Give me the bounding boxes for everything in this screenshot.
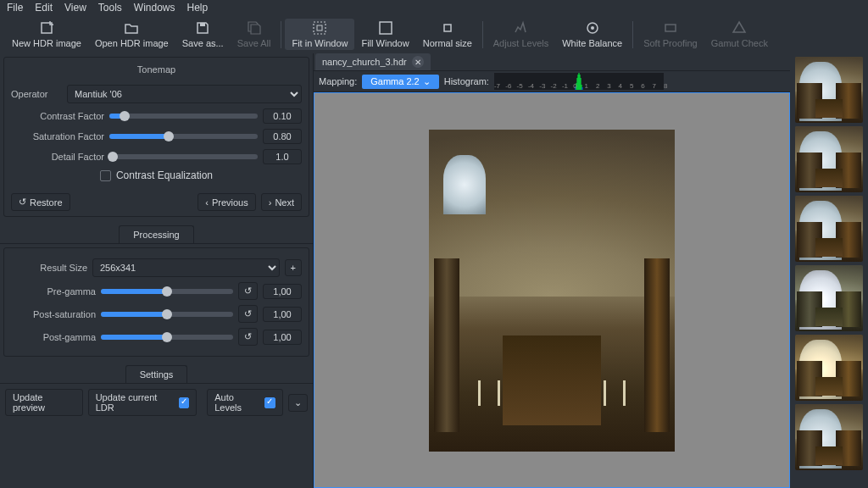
mapping-label: Mapping:	[319, 76, 357, 86]
histogram-tick: 1	[585, 82, 588, 90]
toolbar-wb[interactable]: White Balance	[555, 19, 629, 50]
menu-tools[interactable]: Tools	[98, 2, 122, 14]
hdr-image	[429, 130, 675, 452]
svg-rect-2	[314, 22, 326, 34]
histogram[interactable]: -7-6-5-4-3-2-1012345678	[494, 73, 664, 90]
settings-tab[interactable]: Settings	[125, 365, 188, 383]
saturation-factor-slider[interactable]	[109, 134, 258, 139]
toolbar-label: Soft Proofing	[643, 38, 698, 48]
menubar: FileEditViewToolsWindowsHelp	[0, 0, 868, 15]
auto-levels-dropdown[interactable]: ⌄	[288, 394, 308, 412]
svg-rect-4	[380, 22, 392, 34]
close-tab-icon[interactable]: ✕	[412, 56, 424, 68]
image-viewport[interactable]	[314, 92, 790, 488]
post-saturation-reset[interactable]: ↺	[238, 305, 258, 323]
menu-windows[interactable]: Windows	[134, 2, 175, 14]
histogram-tick: 5	[630, 82, 633, 90]
menu-file[interactable]: File	[7, 2, 23, 14]
svg-rect-8	[665, 25, 676, 31]
auto-levels-checkbox[interactable]	[264, 397, 275, 408]
svg-rect-5	[444, 25, 451, 31]
toolbar-label: Open HDR image	[95, 38, 169, 48]
operator-label: Operator	[11, 89, 62, 99]
svg-rect-1	[200, 23, 205, 26]
toolbar-normal[interactable]: Normal size	[416, 19, 479, 50]
thumbnail-5[interactable]	[795, 404, 863, 470]
contrast-factor-label: Contrast Factor	[11, 111, 104, 121]
toolbar-new[interactable]: New HDR image	[5, 19, 88, 50]
thumbnail-panel	[790, 53, 868, 488]
post-saturation-slider[interactable]	[101, 312, 233, 317]
add-size-button[interactable]: +	[285, 259, 302, 276]
post-saturation-label: Post-saturation	[11, 309, 96, 319]
update-ldr-checkbox[interactable]	[179, 397, 190, 408]
post-gamma-slider[interactable]	[101, 335, 233, 340]
thumbnail-3[interactable]	[795, 265, 863, 331]
saturation-factor-label: Saturation Factor	[11, 131, 104, 141]
histogram-tick: 3	[607, 82, 610, 90]
detail-factor-slider[interactable]	[109, 154, 258, 159]
post-saturation-value[interactable]: 1,00	[263, 307, 302, 322]
pre-gamma-slider[interactable]	[101, 289, 233, 294]
update-ldr-button[interactable]: Update current LDR	[88, 389, 198, 416]
toolbar-fit[interactable]: Fit in Window	[285, 19, 354, 50]
thumbnail-2[interactable]	[795, 196, 863, 262]
restore-button[interactable]: ↺ Restore	[11, 193, 70, 211]
contrast-factor-slider[interactable]	[109, 114, 258, 119]
thumbnail-0[interactable]	[795, 57, 863, 123]
post-gamma-reset[interactable]: ↺	[238, 328, 258, 346]
pre-gamma-label: Pre-gamma	[11, 286, 96, 297]
toolbar-label: Normal size	[423, 38, 472, 48]
menu-help[interactable]: Help	[187, 2, 209, 14]
previous-button[interactable]: ‹ Previous	[198, 193, 255, 211]
histogram-tick: -3	[539, 82, 545, 90]
toolbar-saveall: Save All	[231, 19, 278, 50]
toolbar-label: Fit in Window	[292, 38, 348, 48]
detail-factor-value[interactable]: 1.0	[263, 149, 302, 164]
file-tab[interactable]: nancy_church_3.hdr ✕	[315, 53, 431, 70]
menu-edit[interactable]: Edit	[35, 2, 53, 14]
toolbar-divider	[482, 21, 483, 48]
settings-tab-strip: Settings	[0, 365, 313, 384]
toolbar-label: Save as...	[182, 38, 224, 48]
contrast-eq-label: Contrast Equalization	[116, 169, 213, 181]
svg-point-7	[591, 26, 594, 30]
histogram-tick: 7	[653, 82, 656, 90]
toolbar-label: Fill Window	[361, 38, 409, 48]
thumbnail-4[interactable]	[795, 335, 863, 401]
result-size-select[interactable]: 256x341	[92, 258, 280, 277]
main-toolbar: New HDR imageOpen HDR imageSave as...Sav…	[0, 15, 868, 53]
toolbar-open[interactable]: Open HDR image	[88, 19, 175, 50]
processing-tab[interactable]: Processing	[119, 225, 193, 243]
histogram-tick: 8	[664, 82, 667, 90]
contrast-eq-checkbox[interactable]	[100, 170, 111, 181]
thumbnail-1[interactable]	[795, 126, 863, 192]
post-gamma-value[interactable]: 1,00	[263, 330, 302, 345]
saturation-factor-value[interactable]: 0.80	[263, 129, 302, 144]
menu-view[interactable]: View	[64, 2, 86, 14]
toolbar-save[interactable]: Save as...	[175, 19, 231, 50]
operator-select[interactable]: Mantiuk '06	[67, 85, 302, 103]
pre-gamma-reset[interactable]: ↺	[238, 282, 258, 300]
detail-factor-label: Detail Factor	[11, 152, 104, 162]
toolbar-gamut: Gamut Check	[704, 19, 775, 50]
result-size-label: Result Size	[11, 263, 87, 273]
svg-rect-3	[317, 25, 322, 30]
histogram-tick: 6	[641, 82, 644, 90]
toolbar-label: Adjust Levels	[493, 38, 548, 48]
toolbar-levels: Adjust Levels	[487, 19, 555, 50]
auto-levels-button[interactable]: Auto Levels	[207, 389, 283, 416]
histogram-tick: -2	[551, 82, 557, 90]
pre-gamma-value[interactable]: 1,00	[263, 284, 302, 299]
toolbar-fill[interactable]: Fill Window	[354, 19, 415, 50]
contrast-factor-value[interactable]: 0.10	[263, 108, 302, 124]
toolbar-label: Gamut Check	[711, 38, 768, 48]
tonemap-title: Tonemap	[11, 63, 302, 80]
mapping-select[interactable]: Gamma 2.2⌄	[362, 75, 438, 89]
histogram-tick: 4	[619, 82, 622, 90]
update-preview-button[interactable]: Update preview	[5, 389, 83, 416]
next-button[interactable]: › Next	[261, 193, 302, 211]
histogram-tick: -6	[505, 82, 511, 90]
processing-tab-strip: Processing	[0, 225, 313, 244]
post-gamma-label: Post-gamma	[11, 332, 96, 342]
